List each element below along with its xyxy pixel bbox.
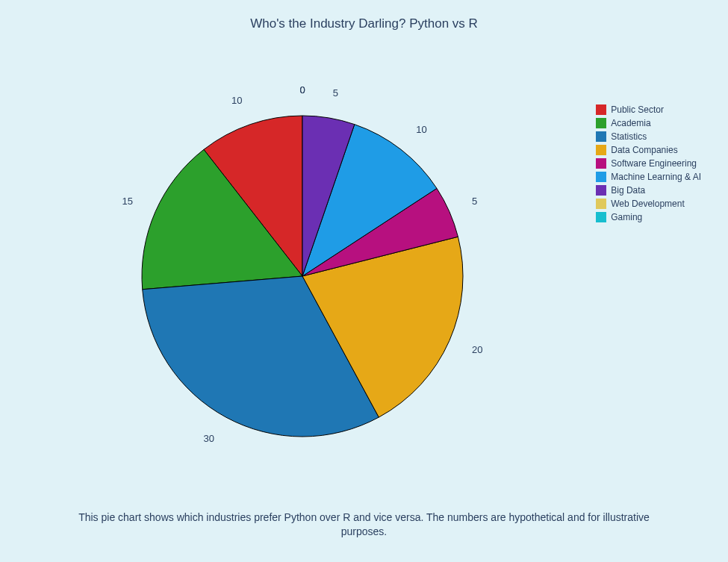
pie-slice-label: 15 [122,196,132,207]
pie-slice-label: 5 [333,87,338,99]
pie-chart: 10153020510500 [45,52,560,500]
pie-slice-label: 10 [416,124,426,135]
legend-item[interactable]: Public Sector [596,104,701,115]
pie-slice-label: 30 [203,433,214,444]
legend-swatch [596,158,606,169]
legend-item[interactable]: Big Data [596,185,701,196]
pie-slice-label: 20 [472,344,482,355]
legend-label: Academia [611,118,650,128]
legend-swatch [596,172,606,182]
legend-item[interactable]: Academia [596,118,701,128]
legend-label: Statistics [611,131,647,142]
legend-item[interactable]: Machine Learning & AI [596,172,701,182]
legend-item[interactable]: Web Development [596,199,701,209]
legend-label: Web Development [611,199,685,209]
legend-label: Big Data [611,185,645,196]
legend-item[interactable]: Statistics [596,131,701,142]
legend-item[interactable]: Data Companies [596,145,701,155]
chart-area: 10153020510500 [45,52,560,500]
legend-label: Machine Learning & AI [611,172,701,182]
legend-item[interactable]: Gaming [596,212,701,222]
legend-label: Public Sector [611,104,664,115]
legend-label: Data Companies [611,145,677,155]
chart-container: Who's the Industry Darling? Python vs R … [0,0,728,562]
legend: Public SectorAcademiaStatisticsData Comp… [596,104,701,225]
pie-slice-label: 5 [472,196,477,207]
legend-swatch [596,199,606,209]
legend-item[interactable]: Software Engineering [596,158,701,169]
chart-caption: This pie chart shows which industries pr… [60,511,668,540]
pie-slice-label: 10 [231,95,242,106]
legend-swatch [596,118,606,128]
legend-label: Gaming [611,212,642,222]
legend-label: Software Engineering [611,158,697,169]
chart-title: Who's the Industry Darling? Python vs R [0,16,728,31]
pie-slice-label: 0 [299,84,305,96]
legend-swatch [596,212,606,222]
legend-swatch [596,131,606,142]
legend-swatch [596,185,606,196]
legend-swatch [596,145,606,155]
legend-swatch [596,104,606,115]
